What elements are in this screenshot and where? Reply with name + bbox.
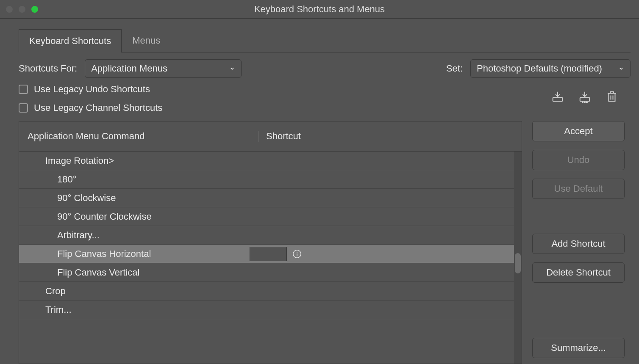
shortcut-cell <box>250 247 522 261</box>
shortcuts-for-dropdown[interactable]: Application Menus <box>85 59 242 78</box>
svg-rect-0 <box>553 98 563 102</box>
table-row[interactable]: Flip Canvas Horizontal <box>19 245 522 263</box>
delete-shortcut-button[interactable]: Delete Shortcut <box>532 262 625 283</box>
svg-point-2 <box>582 102 583 103</box>
table-header: Application Menu Command Shortcut <box>19 121 522 152</box>
command-cell: 90° Clockwise <box>19 193 250 204</box>
legacy-channel-row: Use Legacy Channel Shortcuts <box>19 97 550 115</box>
shortcuts-table: Application Menu Command Shortcut Image … <box>19 121 522 364</box>
table-row[interactable]: Image Rotation> <box>19 152 522 170</box>
table-body[interactable]: Image Rotation>180°90° Clockwise90° Coun… <box>19 152 522 364</box>
command-cell: Flip Canvas Vertical <box>19 267 250 278</box>
use-default-button[interactable]: Use Default <box>532 179 625 199</box>
minimize-window-button[interactable] <box>19 6 25 13</box>
table-row[interactable]: Crop <box>19 282 522 301</box>
svg-point-4 <box>586 102 587 103</box>
svg-point-3 <box>584 102 585 103</box>
svg-rect-1 <box>580 98 590 102</box>
window-controls <box>6 6 38 13</box>
column-command: Application Menu Command <box>28 131 258 142</box>
command-cell: 180° <box>19 174 250 185</box>
legacy-undo-label: Use Legacy Undo Shortcuts <box>34 84 150 95</box>
tab-menus[interactable]: Menus <box>122 29 171 52</box>
set-dropdown[interactable]: Photoshop Defaults (modified) <box>470 59 631 78</box>
controls-row: Shortcuts For: Application Menus Set: Ph… <box>19 52 631 78</box>
maximize-window-button[interactable] <box>31 6 38 13</box>
info-icon[interactable] <box>292 249 302 259</box>
main-area: Application Menu Command Shortcut Image … <box>19 121 631 364</box>
table-row[interactable]: Trim... <box>19 301 522 319</box>
column-shortcut: Shortcut <box>258 131 513 142</box>
table-row[interactable]: 90° Counter Clockwise <box>19 207 522 226</box>
table-row[interactable]: 180° <box>19 170 522 189</box>
window-title: Keyboard Shortcuts and Menus <box>254 4 385 15</box>
accept-button[interactable]: Accept <box>532 121 625 141</box>
tab-bar: Keyboard Shortcuts Menus <box>19 29 631 52</box>
svg-point-6 <box>297 251 297 252</box>
shortcuts-for-label: Shortcuts For: <box>19 63 77 74</box>
command-cell: Trim... <box>19 304 250 315</box>
set-label: Set: <box>446 63 463 74</box>
legacy-channel-checkbox[interactable] <box>19 103 28 113</box>
chevron-down-icon <box>618 63 624 74</box>
table-row[interactable]: Arbitrary... <box>19 226 522 245</box>
new-set-button[interactable] <box>577 89 592 104</box>
titlebar: Keyboard Shortcuts and Menus <box>0 0 639 19</box>
legacy-undo-checkbox[interactable] <box>19 85 28 94</box>
side-buttons: Accept Undo Use Default Add Shortcut Del… <box>532 121 631 364</box>
tab-keyboard-shortcuts[interactable]: Keyboard Shortcuts <box>19 29 122 52</box>
scrollbar-thumb[interactable] <box>515 253 521 273</box>
undo-button[interactable]: Undo <box>532 150 625 170</box>
table-row[interactable]: Flip Canvas Vertical <box>19 263 522 282</box>
command-cell: 90° Counter Clockwise <box>19 211 250 222</box>
shortcut-input[interactable] <box>250 247 287 261</box>
save-set-button[interactable] <box>550 89 565 104</box>
close-window-button[interactable] <box>6 6 13 13</box>
legacy-undo-row: Use Legacy Undo Shortcuts <box>19 78 550 97</box>
add-shortcut-button[interactable]: Add Shortcut <box>532 234 625 254</box>
command-cell: Crop <box>19 286 250 297</box>
dialog-content: Keyboard Shortcuts Menus Shortcuts For: … <box>0 19 639 364</box>
legacy-channel-label: Use Legacy Channel Shortcuts <box>34 102 162 113</box>
summarize-button[interactable]: Summarize... <box>532 338 625 358</box>
command-cell: Arbitrary... <box>19 230 250 241</box>
delete-set-button[interactable] <box>604 89 620 104</box>
set-value: Photoshop Defaults (modified) <box>477 63 602 74</box>
scrollbar-track[interactable] <box>514 152 522 364</box>
window: Keyboard Shortcuts and Menus Keyboard Sh… <box>0 0 639 364</box>
table-row[interactable]: 90° Clockwise <box>19 189 522 207</box>
command-cell: Image Rotation> <box>19 155 250 166</box>
command-cell: Flip Canvas Horizontal <box>19 248 250 259</box>
shortcuts-for-value: Application Menus <box>91 63 167 74</box>
chevron-down-icon <box>229 63 235 74</box>
set-icon-row <box>550 78 631 115</box>
